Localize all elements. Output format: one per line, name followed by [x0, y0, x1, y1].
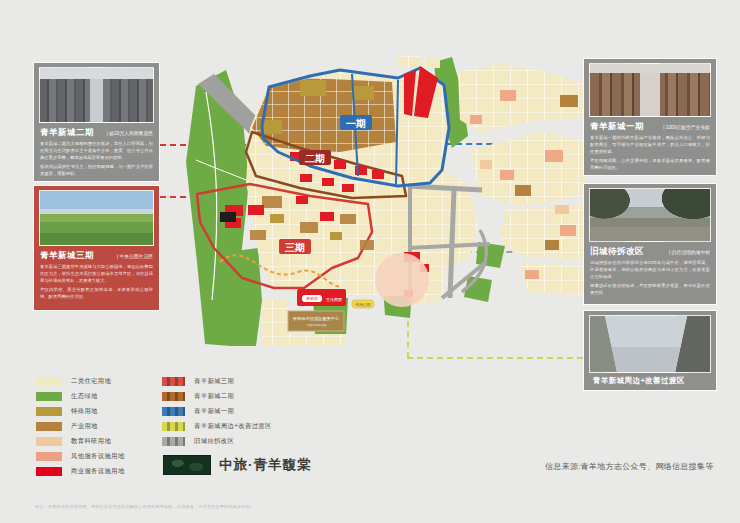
- legend-item: 青羊新城三期: [162, 374, 272, 389]
- legend-swatch: [36, 407, 62, 416]
- phase1-badge: 一期: [340, 115, 372, 130]
- legend-item: 商业服务设施用地: [36, 464, 125, 479]
- legend-swatch: [162, 392, 185, 401]
- phase2-body-2: 板块内以高层住宅为主，街区路网规整，与一期产业片区联系紧密，通勤便利。: [40, 164, 153, 178]
- legend-label: 青羊新城三期: [194, 377, 234, 386]
- legend-label: 生态绿地: [71, 392, 98, 401]
- legend-item: 青羊新城周边+改善过渡区: [162, 419, 272, 434]
- railway-center-box: 铁路局片区综合服务中心 片区配套服务组团: [288, 311, 344, 331]
- phase1-photo: [589, 63, 711, 117]
- legend-item: 青羊新城二期: [162, 389, 272, 404]
- legend-swatch: [162, 377, 185, 386]
- svg-text:一期: 一期: [346, 118, 366, 129]
- phase3-badge: 三期: [279, 239, 311, 254]
- park-pill: 悦湖公园: [352, 300, 374, 308]
- panel-old-town: 旧城待拆改区 | 仍待治理的城中村 旧城待拆改区内仍保留部分老旧院落与城中村，建…: [583, 183, 717, 305]
- legend-item: 产业用地: [36, 419, 125, 434]
- legend-item: 旧城待拆改区: [162, 434, 272, 449]
- legend-item: 教育科研用地: [36, 434, 125, 449]
- phase1-body-2: 片区路网成熟，公共交通便利，是青羊新城发展最早、配套最完善的启动区。: [590, 158, 710, 172]
- phase3-title: 青羊新城三期: [40, 250, 94, 262]
- panel-periphery: 青羊新城周边+改善过渡区: [583, 310, 717, 391]
- periphery-title: 青羊新城周边+改善过渡区: [589, 373, 711, 388]
- legend-swatch: [36, 422, 62, 431]
- legend-item: 生态绿地: [36, 389, 125, 404]
- old-town-photo: [589, 188, 711, 242]
- legend-label: 教育科研用地: [71, 437, 111, 446]
- legend-swatch: [162, 407, 185, 416]
- old-town-title: 旧城待拆改区: [590, 246, 644, 258]
- legend-label: 产业用地: [71, 422, 98, 431]
- panel-phase3: 青羊新城三期 | 中央公园生活区 青羊新城三期紧邻中央绿轴与大型公园绿地，规划以…: [33, 185, 160, 311]
- brand-logo-text: 中旅·青羊馥棠: [219, 456, 312, 474]
- phase2-badge: 二期: [299, 150, 331, 165]
- commercial-banner: 黄田坝 生活商圈: [297, 289, 346, 306]
- legend-label: 旧城待拆改区: [194, 437, 234, 446]
- phase2-photo: [39, 67, 154, 123]
- phase3-subtitle: | 中央公园生活区: [117, 253, 153, 259]
- legend-swatch: [36, 437, 62, 446]
- brand-logo: 中旅·青羊馥棠: [163, 455, 312, 475]
- banner-text-label: 生活商圈: [326, 297, 342, 302]
- phase3-body-1: 青羊新城三期紧邻中央绿轴与大型公园绿地，规划以改善型住区为主，依托生态本底打造公…: [40, 264, 153, 285]
- phase1-body-1: 青羊新城一期依托航空新城产业载体，聚集总部办公、科研与配套商业，写字楼与产业园区…: [590, 135, 710, 156]
- planning-map: 黄田坝 生活商圈 铁路局片区综合服务中心 片区配套服务组团 悦湖公园 一期 二期…: [165, 48, 595, 353]
- source-note: 信息来源:青羊地方志公众号、网络信息搜集等: [545, 461, 714, 472]
- legend-swatch: [36, 377, 62, 386]
- north-parcels: [398, 56, 440, 68]
- circle-feature: [375, 253, 429, 307]
- phase2-subtitle: | 超20万人高密聚居区: [107, 130, 153, 136]
- phase3-body-2: 片区内学校、商业等配套正加快落地，未来将形成公园环绕、配套完善的生活区。: [40, 287, 153, 301]
- legend-label: 商业服务设施用地: [71, 467, 125, 476]
- legend-item: 其他服务设施用地: [36, 449, 125, 464]
- legend-item: 二类住宅用地: [36, 374, 125, 389]
- old-town-body-2: 随着拆迁改造持续推进，片区面貌将逐步更新，释放出新的发展空间。: [590, 283, 710, 297]
- phase3-photo: [39, 190, 154, 246]
- legend-label: 其他服务设施用地: [71, 452, 125, 461]
- disclaimer-note: 备注：本图所涉及区域范围、用地性质等信息根据网络公开资料整理绘制，仅供参考，不作…: [35, 504, 254, 509]
- legend-swatch: [36, 467, 62, 476]
- legend-label: 青羊新城周边+改善过渡区: [194, 422, 272, 431]
- legend-swatch: [36, 392, 62, 401]
- periphery-photo: [589, 315, 711, 373]
- banner-pill-label: 黄田坝: [306, 296, 318, 301]
- railway-center-sub: 片区配套服务组团: [306, 323, 327, 327]
- svg-text:二期: 二期: [305, 153, 325, 164]
- dark-parcel: [220, 212, 236, 222]
- planning-poster: 黄田坝 生活商圈 铁路局片区综合服务中心 片区配套服务组团 悦湖公园 一期 二期…: [0, 0, 740, 523]
- connector-periphery-line-h: [407, 357, 583, 359]
- legend-label: 二类住宅用地: [71, 377, 111, 386]
- legend-item: 青羊新城一期: [162, 404, 272, 419]
- legend-swatch: [162, 437, 185, 446]
- legend-item: 特殊用地: [36, 404, 125, 419]
- phase1-subtitle: | 1000亿航空产业集群: [663, 124, 710, 130]
- park-pill-label: 悦湖公园: [354, 302, 370, 307]
- old-town-subtitle: | 仍待治理的城中村: [669, 249, 710, 255]
- panel-phase1: 青羊新城一期 | 1000亿航空产业集群 青羊新城一期依托航空新城产业载体，聚集…: [583, 58, 717, 176]
- panel-phase2: 青羊新城二期 | 超20万人高密聚居区 青羊新城二期为大规模刚需住区板块，常住人…: [33, 62, 160, 182]
- legend-label: 青羊新城一期: [194, 407, 234, 416]
- legend-label: 特殊用地: [71, 407, 98, 416]
- legend-land-use: 二类住宅用地 生态绿地 特殊用地 产业用地 教育科研用地 其他服务设施用地 商业…: [36, 374, 125, 479]
- legend-swatch: [36, 452, 62, 461]
- phase1-title: 青羊新城一期: [590, 121, 644, 133]
- urban-fabric-south2: [288, 334, 346, 346]
- legend-zones: 青羊新城三期 青羊新城二期 青羊新城一期 青羊新城周边+改善过渡区 旧城待拆改区: [162, 374, 272, 449]
- urban-fabric-south: [262, 300, 288, 346]
- old-town-body-1: 旧城待拆改区内仍保留部分老旧院落与城中村，建筑密度高、环境有待提升，现状以低层自…: [590, 260, 710, 281]
- brand-logo-image: [163, 455, 211, 475]
- svg-text:三期: 三期: [285, 242, 305, 253]
- phase2-title: 青羊新城二期: [40, 127, 94, 139]
- phase2-body-1: 青羊新城二期为大规模刚需住区板块，常住人口密度高，社区商业与生活配套沿主干道集中…: [40, 141, 153, 162]
- railway-center-title: 铁路局片区综合服务中心: [292, 316, 340, 321]
- legend-label: 青羊新城二期: [194, 392, 234, 401]
- legend-swatch: [162, 422, 185, 431]
